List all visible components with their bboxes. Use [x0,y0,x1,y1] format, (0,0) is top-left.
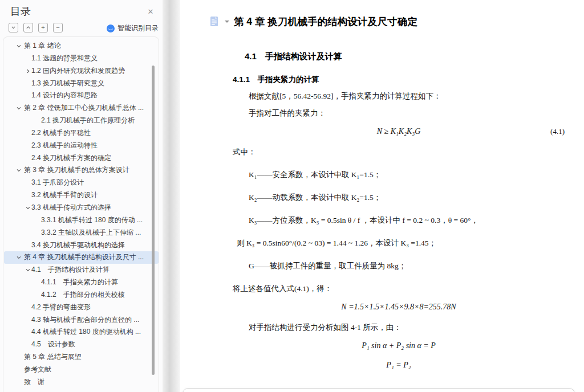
document-content: 第 4 章 换刀机械手的结构设计及尺寸确定4.1 手指结构设计及计算4.1.1 … [180,15,584,377]
toc-item[interactable]: 2.3 机械手的运动特性 [4,140,159,152]
toc-item[interactable]: 致 谢 [4,376,159,389]
formula-text: N =1.5×1.5×1.45×9.8×8=255.78N [341,303,456,311]
chevron-down-icon[interactable] [9,23,18,32]
toc-item[interactable]: 3.1 手爪部分设计 [4,177,159,189]
toc-item-label: 第 5 章 总结与展望 [4,353,82,361]
toc-item[interactable]: 3.3 机械手传动方式的选择 [4,202,159,214]
toc-item[interactable]: 1.1 选题的背景和意义 [4,52,159,65]
toc-item[interactable]: 第 4 章 换刀机械手的结构设计及尺寸 ... [4,251,159,264]
toc-item-label: 3.4 换刀机械手驱动机构的选择 [4,241,125,249]
formula-text: N ≥ K₁K₂K₃G [377,127,421,136]
toc-item-label: 2.3 机械手的运动特性 [4,141,98,149]
paragraph: 根据文献[5，56.42-56.92]，手指夹紧力的计算过程如下： [233,88,565,105]
toc-item-label: 3.3.1 机械手转过 180 度的传动 ... [4,216,143,224]
toc-item[interactable]: 3.3.1 机械手转过 180 度的传动 ... [4,214,159,227]
toc-item[interactable]: 4.3 轴与机械手配合部分的直径的 ... [4,314,159,326]
toc-item-label: 1.3 换刀机械手研究意义 [4,79,104,87]
paragraph: 对手指结构进行受力分析如图 4-1 所示，由： [233,319,565,336]
toc-item-label: 2.2 机械手的平稳性 [4,129,91,137]
toc-item-label: 4.3 轴与机械手配合部分的直径的 ... [4,316,139,324]
toc-item-label: 第 4 章 换刀机械手的结构设计及尺寸 ... [4,253,144,261]
toc-item-label: 参考文献 [4,365,51,373]
paragraph: G——被抓持工件的重量，取工件质量为 8kg； [233,258,565,275]
toc-item[interactable]: 1.4 设计的内容和思路 [4,89,159,102]
formula: N ≥ K₁K₂K₃G(4.1) [233,124,565,139]
toc-item-label: 致 谢 [4,378,44,386]
toc-item-label: 3.1 手爪部分设计 [4,178,84,186]
paragraph: 则 K₃ = 0.5sin60°/(0.2 ~ 03) = 1.44 ~ 1.2… [237,235,565,252]
equation-number: (4.1) [550,124,565,139]
toc-item-label: 4.5 设计参数 [4,340,75,348]
toc-item[interactable]: 2.1 换刀机械手的工作原理分析 [4,115,159,127]
formula: P₁ sin α + P₂ sin α = P [233,338,565,353]
toc-item-label: 第 1 章 绪论 [4,42,61,50]
formula: N =1.5×1.5×1.45×9.8×8=255.78N [233,300,565,315]
plus-icon[interactable]: + [38,23,48,32]
close-icon[interactable]: ✕ [145,7,156,17]
toc-item-label: 4.1.1 手指夹紧力的计算 [4,278,118,286]
heading-h1: 第 4 章 换刀机械手的结构设计及尺寸确定 [234,15,565,28]
toc-item[interactable]: 1.2 国内外研究现状和发展趋势 [4,65,159,77]
toc-item[interactable]: 第 1 章 绪论 [4,40,159,52]
app-window: 目录 ✕ + − 智能识别目录 第 1 章 绪论1.1 选题的背景和意义1.2 … [0,0,584,392]
toc-item[interactable]: 第 2 章 镗铣加工中心换刀机械手总体 ... [4,102,159,115]
paragraph: 手指对工件的夹紧力： [233,105,565,122]
toc-tree: 第 1 章 绪论1.1 选题的背景和意义1.2 国内外研究现状和发展趋势1.3 … [0,40,163,389]
toc-scrollbar-thumb[interactable] [152,66,155,375]
toc-item[interactable]: 4.1.2 手指部分的相关校核 [4,289,159,301]
paragraph: 将上述各值代入式(4.1)，得： [233,280,565,297]
toc-panel-title: 目录 [10,5,31,18]
heading-h3: 4.1.1 手指夹紧力的计算 [233,74,565,85]
toc-item-label: 2.4 换刀机械手方案的确定 [4,154,111,162]
toc-item[interactable]: 4.5 设计参数 [4,338,159,351]
formula-text: P₁ = P₂ [386,361,411,369]
toc-item-label: 4.2 手臂的弯曲变形 [4,303,91,311]
toc-item[interactable]: 第 3 章 换刀机械手的总体方案设计 [4,164,159,177]
toc-item-label: 1.4 设计的内容和思路 [4,91,98,99]
minus-icon[interactable]: − [53,23,63,32]
toc-item[interactable]: 1.3 换刀机械手研究意义 [4,77,159,90]
paragraph: 式中： [233,144,565,161]
smart-recognize-label: 智能识别目录 [117,23,159,33]
heading-h2: 4.1 手指结构设计及计算 [245,50,565,63]
chevron-up-icon[interactable] [23,23,33,32]
formula-text: P₁ sin α + P₂ sin α = P [362,341,436,350]
toc-item-label: 第 2 章 镗铣加工中心换刀机械手总体 ... [4,104,144,112]
toc-item[interactable]: 3.3.2 主轴以及机械手上下伸缩 ... [4,227,159,239]
toc-item-label: 1.2 国内外研究现状和发展趋势 [4,67,125,75]
toc-item-label: 3.3 机械手传动方式的选择 [4,203,111,211]
document-page: 第 4 章 换刀机械手的结构设计及尺寸确定4.1 手指结构设计及计算4.1.1 … [180,0,584,392]
toc-item[interactable]: 4.2 手臂的弯曲变形 [4,301,159,314]
toc-item[interactable]: 第 5 章 总结与展望 [4,351,159,364]
toc-item[interactable]: 2.2 机械手的平稳性 [4,127,159,140]
toc-item-label: 3.3.2 主轴以及机械手上下伸缩 ... [4,228,141,236]
toc-item-label: 2.1 换刀机械手的工作原理分析 [4,116,135,124]
toc-item[interactable]: 参考文献 [4,364,159,376]
toc-item-label: 3.2 机械手手臂的设计 [4,191,98,199]
toc-item[interactable]: 4.1.1 手指夹紧力的计算 [4,276,159,289]
robot-icon [107,24,115,32]
smart-recognize-toc-button[interactable]: 智能识别目录 [107,23,159,33]
toc-item-label: 1.1 选题的背景和意义 [4,54,98,62]
toc-item-label: 4.4 机械手转过 180 度的驱动机构 ... [4,328,141,336]
toc-item[interactable]: 2.4 换刀机械手方案的确定 [4,152,159,165]
toc-item[interactable]: 3.2 机械手手臂的设计 [4,189,159,202]
toc-item[interactable]: 3.4 换刀机械手驱动机构的选择 [4,239,159,252]
paragraph: K₂——动载系数，本设计中取 K₂=1.5； [233,189,565,206]
toc-toolbar: + − [9,23,63,32]
toc-item-label: 第 3 章 换刀机械手的总体方案设计 [4,166,129,174]
bottom-floating-toolbar[interactable] [182,388,575,392]
paragraph: K₃——方位系数，K₃ = 0.5sin θ / f ，本设计中 f = 0.2… [233,212,565,229]
paragraph: K₁——安全系数，本设计中取 K₁=1.5； [233,166,565,183]
toc-item[interactable]: 4.1 手指结构设计及计算 [4,264,159,276]
toc-sidebar: 目录 ✕ + − 智能识别目录 第 1 章 绪论1.1 选题的背景和意义1.2 … [0,0,163,392]
page-gutter-shadow [163,0,180,392]
toc-item-label: 4.1.2 手指部分的相关校核 [4,291,125,299]
toc-item-label: 4.1 手指结构设计及计算 [4,266,110,273]
toc-item[interactable]: 4.4 机械手转过 180 度的驱动机构 ... [4,326,159,338]
formula: P₁ = P₂ [233,358,565,373]
